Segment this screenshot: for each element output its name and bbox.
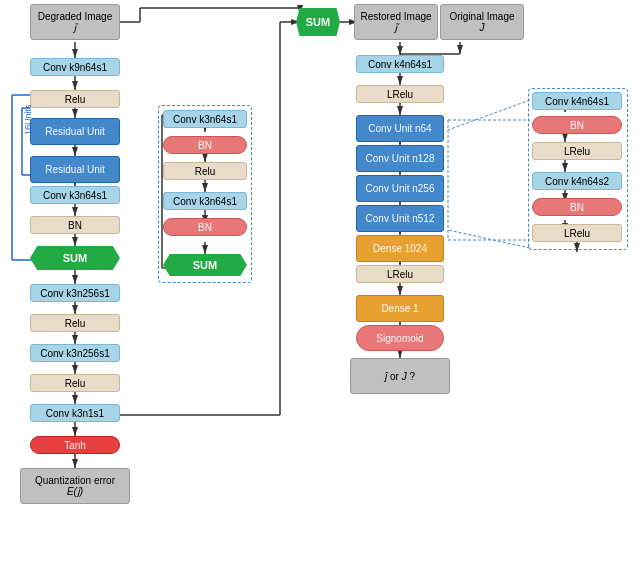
- cu-lrelu2: LRelu: [532, 224, 622, 242]
- restored-image-label: Restored Imagej̃: [354, 4, 438, 40]
- cu-conv1: Conv k4n64s1: [532, 92, 622, 110]
- cu-conv2: Conv k4n64s2: [532, 172, 622, 190]
- svg-line-61: [448, 100, 530, 130]
- conv-k3n256s1-b: Conv k3n256s1: [30, 344, 120, 362]
- original-image-label: Original ImageJ: [440, 4, 524, 40]
- degraded-image-label: Degraded Imagej̄: [30, 4, 120, 40]
- rd-sum: SUM: [163, 254, 247, 276]
- r-conv-unit-n512: Conv Unit n512: [356, 205, 444, 232]
- residual-unit-2: Residual Unit: [30, 156, 120, 183]
- rd-conv1: Conv k3n64s1: [163, 110, 247, 128]
- conv-k3n64s1: Conv k3n64s1: [30, 186, 120, 204]
- r-conv-k4n64s1: Conv k4n64s1: [356, 55, 444, 73]
- tanh: Tanh: [30, 436, 120, 454]
- conv-k9n64s1: Conv k9n64s1: [30, 58, 120, 76]
- conv-k3n256s1-a: Conv k3n256s1: [30, 284, 120, 302]
- rd-relu1: Relu: [163, 162, 247, 180]
- relu3: Relu: [30, 374, 120, 392]
- relu2: Relu: [30, 314, 120, 332]
- r-lrelu1: LRelu: [356, 85, 444, 103]
- r-dense-1024: Dense 1024: [356, 235, 444, 262]
- rd-bn2: BN: [163, 218, 247, 236]
- cu-lrelu1: LRelu: [532, 142, 622, 160]
- r-lrelu2: LRelu: [356, 265, 444, 283]
- bn1: BN: [30, 216, 120, 234]
- r-conv-unit-n64: Conv Unit n64: [356, 115, 444, 142]
- svg-line-62: [448, 230, 530, 248]
- 16units-label: 16Units: [23, 104, 33, 135]
- conv-k3n1s1: Conv k3n1s1: [30, 404, 120, 422]
- relu1: Relu: [30, 90, 120, 108]
- rd-conv2: Conv k3n64s1: [163, 192, 247, 210]
- cu-bn1: BN: [532, 116, 622, 134]
- rd-bn1: BN: [163, 136, 247, 154]
- r-conv-unit-n128: Conv Unit n128: [356, 145, 444, 172]
- quantization-error-label: Quantization errorE(j̄): [20, 468, 130, 504]
- residual-unit-1: Residual Unit: [30, 118, 120, 145]
- top-sum-block: SUM: [296, 8, 340, 36]
- cu-bn2: BN: [532, 198, 622, 216]
- r-dense-1: Dense 1: [356, 295, 444, 322]
- r-conv-unit-n256: Conv Unit n256: [356, 175, 444, 202]
- architecture-diagram: Degraded Imagej̄ SUM Restored Imagej̃ Or…: [0, 0, 640, 562]
- right-footer: ĵ or J ?: [350, 358, 450, 394]
- sum1: SUM: [30, 246, 120, 270]
- r-sigmoid: Signomoid: [356, 325, 444, 351]
